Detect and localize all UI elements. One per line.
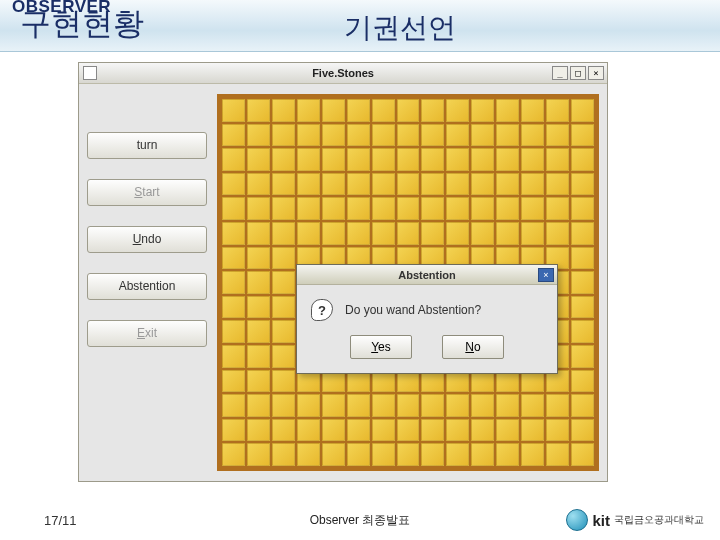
board-cell[interactable] (247, 271, 270, 294)
board-cell[interactable] (521, 99, 544, 122)
board-cell[interactable] (521, 173, 544, 196)
board-cell[interactable] (421, 443, 444, 466)
board-cell[interactable] (297, 394, 320, 417)
board-cell[interactable] (222, 173, 245, 196)
board-cell[interactable] (397, 124, 420, 147)
board-cell[interactable] (496, 443, 519, 466)
board-cell[interactable] (247, 296, 270, 319)
board-cell[interactable] (222, 370, 245, 393)
board-cell[interactable] (222, 197, 245, 220)
board-cell[interactable] (272, 173, 295, 196)
board-cell[interactable] (446, 394, 469, 417)
board-cell[interactable] (521, 148, 544, 171)
board-cell[interactable] (571, 222, 594, 245)
board-cell[interactable] (496, 124, 519, 147)
board-cell[interactable] (347, 124, 370, 147)
board-cell[interactable] (347, 419, 370, 442)
board-cell[interactable] (571, 443, 594, 466)
board-cell[interactable] (546, 443, 569, 466)
board-cell[interactable] (571, 345, 594, 368)
board-cell[interactable] (222, 247, 245, 270)
board-cell[interactable] (272, 296, 295, 319)
board-cell[interactable] (297, 173, 320, 196)
board-cell[interactable] (471, 99, 494, 122)
board-cell[interactable] (372, 148, 395, 171)
board-cell[interactable] (471, 197, 494, 220)
board-cell[interactable] (521, 443, 544, 466)
board-cell[interactable] (421, 173, 444, 196)
board-cell[interactable] (372, 222, 395, 245)
board-cell[interactable] (546, 419, 569, 442)
board-cell[interactable] (496, 99, 519, 122)
board-cell[interactable] (571, 247, 594, 270)
board-cell[interactable] (347, 197, 370, 220)
board-cell[interactable] (571, 419, 594, 442)
board-cell[interactable] (521, 197, 544, 220)
board-cell[interactable] (372, 394, 395, 417)
board-cell[interactable] (247, 394, 270, 417)
board-cell[interactable] (272, 419, 295, 442)
start-button[interactable]: Start (87, 179, 207, 206)
board-cell[interactable] (322, 173, 345, 196)
board-cell[interactable] (546, 394, 569, 417)
board-cell[interactable] (372, 99, 395, 122)
board-cell[interactable] (222, 124, 245, 147)
board-cell[interactable] (247, 320, 270, 343)
board-cell[interactable] (397, 443, 420, 466)
board-cell[interactable] (272, 271, 295, 294)
board-cell[interactable] (546, 222, 569, 245)
board-cell[interactable] (322, 419, 345, 442)
board-cell[interactable] (546, 197, 569, 220)
board-cell[interactable] (347, 99, 370, 122)
board-cell[interactable] (421, 394, 444, 417)
board-cell[interactable] (471, 173, 494, 196)
board-cell[interactable] (397, 419, 420, 442)
board-cell[interactable] (446, 173, 469, 196)
yes-button[interactable]: Yes (350, 335, 412, 359)
board-cell[interactable] (571, 320, 594, 343)
board-cell[interactable] (247, 345, 270, 368)
board-cell[interactable] (222, 443, 245, 466)
board-cell[interactable] (446, 124, 469, 147)
board-cell[interactable] (272, 443, 295, 466)
abstention-button[interactable]: Abstention (87, 273, 207, 300)
board-cell[interactable] (347, 148, 370, 171)
board-cell[interactable] (496, 394, 519, 417)
board-cell[interactable] (496, 197, 519, 220)
board-cell[interactable] (496, 419, 519, 442)
undo-button[interactable]: Undo (87, 226, 207, 253)
board-cell[interactable] (322, 197, 345, 220)
board-cell[interactable] (496, 148, 519, 171)
board-cell[interactable] (372, 124, 395, 147)
board-cell[interactable] (397, 222, 420, 245)
board-cell[interactable] (546, 124, 569, 147)
board-cell[interactable] (446, 222, 469, 245)
board-cell[interactable] (397, 173, 420, 196)
board-cell[interactable] (471, 148, 494, 171)
board-cell[interactable] (322, 443, 345, 466)
exit-button[interactable]: Exit (87, 320, 207, 347)
board-cell[interactable] (272, 247, 295, 270)
board-cell[interactable] (372, 443, 395, 466)
board-cell[interactable] (247, 247, 270, 270)
board-cell[interactable] (247, 148, 270, 171)
board-cell[interactable] (372, 173, 395, 196)
board-cell[interactable] (222, 222, 245, 245)
board-cell[interactable] (347, 443, 370, 466)
board-cell[interactable] (272, 197, 295, 220)
board-cell[interactable] (521, 124, 544, 147)
board-cell[interactable] (222, 296, 245, 319)
board-cell[interactable] (446, 148, 469, 171)
board-cell[interactable] (546, 148, 569, 171)
board-cell[interactable] (446, 443, 469, 466)
board-cell[interactable] (222, 148, 245, 171)
board-cell[interactable] (521, 419, 544, 442)
board-cell[interactable] (397, 394, 420, 417)
board-cell[interactable] (272, 320, 295, 343)
board-cell[interactable] (421, 419, 444, 442)
no-button[interactable]: No (442, 335, 504, 359)
board-cell[interactable] (247, 222, 270, 245)
board-cell[interactable] (247, 197, 270, 220)
board-cell[interactable] (446, 419, 469, 442)
board-cell[interactable] (222, 320, 245, 343)
